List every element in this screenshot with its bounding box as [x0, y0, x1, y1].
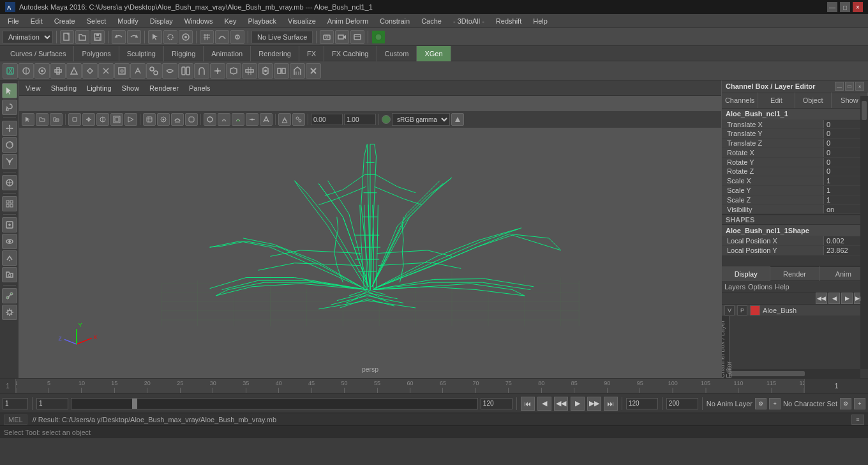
tab-custom[interactable]: Custom: [377, 46, 417, 61]
xgen-btn16[interactable]: [242, 63, 257, 79]
hide-selected-tool[interactable]: [2, 234, 17, 249]
xgen-btn9[interactable]: [130, 63, 146, 79]
snap-curve-button[interactable]: [215, 30, 229, 44]
measure-tool[interactable]: [2, 288, 17, 303]
right-panel-hscrollbar[interactable]: [722, 369, 860, 378]
step-forward-btn[interactable]: ▶▶: [587, 397, 601, 411]
scale-tool[interactable]: [2, 154, 17, 169]
status-mel-button[interactable]: MEL: [4, 415, 27, 425]
camera2-button[interactable]: [335, 30, 349, 44]
goto-start-btn[interactable]: ⏮: [521, 397, 535, 411]
xgen-btn6[interactable]: [82, 63, 98, 79]
tab-rigging[interactable]: Rigging: [164, 46, 204, 61]
menu-select[interactable]: Select: [82, 16, 112, 26]
xgen-btn11[interactable]: [162, 63, 177, 79]
vp-cam-select-btn[interactable]: [22, 113, 34, 126]
hscroll-thumb[interactable]: [723, 371, 805, 376]
minimize-button[interactable]: —: [827, 2, 837, 12]
vp-disp-btn2[interactable]: [157, 113, 170, 126]
camera1-button[interactable]: [320, 30, 334, 44]
xgen-btn5[interactable]: [66, 63, 82, 79]
xgen-btn10[interactable]: [146, 63, 161, 79]
tab-sculpting[interactable]: Sculpting: [119, 46, 164, 61]
save-scene-button[interactable]: [91, 30, 105, 44]
help-menu[interactable]: Help: [775, 283, 789, 291]
anim-layer-btn1[interactable]: ⚙: [755, 398, 767, 409]
panel-minimize-btn[interactable]: —: [835, 82, 844, 91]
xgen-btn13[interactable]: [194, 63, 209, 79]
xgen-btn4[interactable]: [50, 63, 66, 79]
vp-colorspace-settings-btn[interactable]: [451, 113, 464, 126]
vp-transform-btn3[interactable]: [96, 113, 109, 126]
channel-label-rotate-z[interactable]: Rotate Z: [722, 167, 823, 176]
menu-redshift[interactable]: Redshift: [491, 16, 527, 26]
select-tool-button[interactable]: [148, 30, 162, 44]
goto-end-btn[interactable]: ⏭: [604, 397, 618, 411]
universal-manip-tool[interactable]: [2, 175, 17, 190]
xgen-btn19[interactable]: [290, 63, 305, 79]
vp-disp-btn4[interactable]: [185, 113, 198, 126]
menu-constrain[interactable]: Constrain: [375, 16, 415, 26]
channel-label-translate-x[interactable]: Translate X: [722, 120, 823, 129]
menu-cache[interactable]: Cache: [416, 16, 447, 26]
shape-label-local-pos-y[interactable]: Local Position Y: [722, 246, 823, 255]
vp-disp-btn8[interactable]: [246, 113, 258, 126]
vp-transform-btn4[interactable]: [110, 113, 123, 126]
redo-button[interactable]: [127, 30, 141, 44]
panel-float-btn[interactable]: □: [845, 82, 854, 91]
xgen-create-btn[interactable]: X: [3, 63, 18, 79]
options-menu[interactable]: Options: [748, 283, 772, 291]
vp-disp-btn9[interactable]: [260, 113, 273, 126]
tab-animation[interactable]: Animation: [204, 46, 251, 61]
timeline-track[interactable]: 1510152025303540455055606570758085909510…: [16, 379, 804, 393]
vp-snap-btn1[interactable]: [278, 113, 291, 126]
xgen-btn15[interactable]: [226, 63, 241, 79]
xgen-btn17[interactable]: [258, 63, 273, 79]
layer-color-swatch[interactable]: [750, 305, 760, 316]
vp-disp-btn3[interactable]: [171, 113, 184, 126]
channel-label-visibility[interactable]: Visibility: [722, 205, 823, 214]
script-editor-btn[interactable]: ≡: [851, 415, 864, 425]
new-scene-button[interactable]: [60, 30, 74, 44]
vp-disp-btn7[interactable]: [232, 113, 244, 126]
layer-scroll-next-btn[interactable]: ▶: [841, 293, 853, 304]
vp-value2-input[interactable]: [344, 114, 376, 125]
layer-scroll-left-btn[interactable]: ◀◀: [816, 293, 827, 304]
playback-end-input[interactable]: [626, 398, 658, 409]
right-panel-vscrollbar[interactable]: [860, 96, 868, 369]
channel-label-scale-y[interactable]: Scale Y: [722, 186, 823, 195]
xgen-btn14[interactable]: [210, 63, 225, 79]
vp-disp-btn6[interactable]: [218, 113, 230, 126]
lasso-select-tool[interactable]: [2, 100, 17, 115]
playback-thumb[interactable]: [132, 399, 137, 409]
vp-cam-btn2[interactable]: [36, 113, 49, 126]
workspace-select[interactable]: Animation: [3, 31, 53, 43]
layer-scroll-prev-btn[interactable]: ◀: [828, 293, 840, 304]
vp-menu-show[interactable]: Show: [118, 83, 144, 93]
snap-point-button[interactable]: [230, 30, 244, 44]
channel-label-scale-z[interactable]: Scale Z: [722, 195, 823, 204]
current-frame-input[interactable]: [3, 398, 28, 409]
tab-fx-caching[interactable]: FX Caching: [324, 46, 377, 61]
color-space-select[interactable]: sRGB gamma: [392, 113, 450, 126]
menu-edit[interactable]: Edit: [26, 16, 48, 26]
vp-snap-btn2[interactable]: [292, 113, 305, 126]
panel-close-btn[interactable]: ×: [855, 82, 864, 91]
tab-fx[interactable]: FX: [299, 46, 324, 61]
close-button[interactable]: ×: [853, 2, 863, 12]
char-set-btn1[interactable]: ⚙: [840, 398, 851, 409]
anim-layer-btn2[interactable]: +: [769, 398, 781, 409]
menu-help[interactable]: Help: [528, 16, 553, 26]
maximize-button[interactable]: □: [840, 2, 850, 12]
paint-select-button[interactable]: [179, 30, 193, 44]
range-end-input[interactable]: [481, 398, 513, 409]
playback-slider[interactable]: [71, 398, 478, 409]
play-forward-btn[interactable]: ▶: [571, 397, 585, 411]
channel-label-rotate-x[interactable]: Rotate X: [722, 148, 823, 157]
tab-polygons[interactable]: Polygons: [74, 46, 119, 61]
shape-label-local-pos-x[interactable]: Local Position X: [722, 236, 823, 245]
vp-disp-btn1[interactable]: [143, 113, 156, 126]
dra-tab-display[interactable]: Display: [722, 266, 770, 282]
move-tool[interactable]: [2, 121, 17, 136]
menu-3dtool[interactable]: - 3DtoAll -: [448, 16, 490, 26]
